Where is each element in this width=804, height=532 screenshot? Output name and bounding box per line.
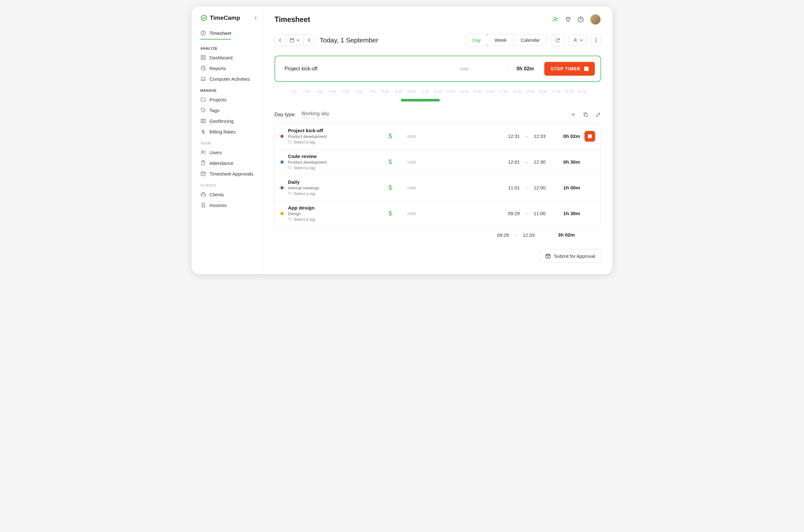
stop-timer-label: STOP TIMER <box>551 66 580 71</box>
chevron-left-icon <box>279 38 282 42</box>
day-type-selector: Day type: Working day <box>274 111 329 118</box>
sidebar: TimeCamp Timesheet ANALYZEDashboardRepor… <box>192 6 263 274</box>
entry-tag-selector[interactable]: Select a tag <box>288 140 388 145</box>
svg-point-16 <box>574 38 576 40</box>
timeline-tracked-bar[interactable] <box>401 99 440 101</box>
date-picker-button[interactable] <box>286 35 304 45</box>
topbar-actions <box>552 14 601 25</box>
view-calendar-button[interactable]: Calendar <box>514 34 547 46</box>
sidebar-item-timesheet-approvals[interactable]: Timesheet Approvals <box>192 168 263 179</box>
svg-point-18 <box>595 40 596 40</box>
sidebar-item-clients[interactable]: Clients <box>192 189 263 200</box>
sidebar-item-billing-rates[interactable]: Billing Rates <box>192 126 263 137</box>
user-avatar[interactable] <box>590 14 601 25</box>
sidebar-item-reports[interactable]: Reports <box>192 63 263 74</box>
sidebar-item-projects[interactable]: Projects <box>192 94 263 105</box>
svg-point-8 <box>202 150 203 152</box>
stop-timer-button[interactable]: STOP TIMER <box>544 62 595 76</box>
edit-entries-icon[interactable] <box>595 112 601 117</box>
sidebar-item-label: Clients <box>209 192 224 197</box>
svg-rect-15 <box>290 39 294 42</box>
timeline-track[interactable]: 1:002:003:004:005:006:007:008:009:0010:0… <box>293 90 582 103</box>
sidebar-item-users[interactable]: Users <box>192 147 263 158</box>
calendar-icon <box>290 38 294 43</box>
add-entry-icon[interactable] <box>570 112 576 117</box>
entry-times: 12:01–12:30 <box>498 159 545 165</box>
billable-toggle[interactable]: $ <box>388 133 407 140</box>
submit-approval-button[interactable]: Submit for Approval <box>539 249 601 263</box>
entry-note-input[interactable]: note <box>407 211 498 216</box>
prev-day-button[interactable] <box>275 35 286 45</box>
user-filter-button[interactable] <box>569 34 587 46</box>
sidebar-item-invoices[interactable]: Invoices <box>192 200 263 210</box>
entry-end-time[interactable]: 11:00 <box>534 211 545 216</box>
entry-project[interactable]: Product development <box>288 134 388 139</box>
brand-logo[interactable]: TimeCamp <box>200 15 240 21</box>
entry-start-time[interactable]: 11:01 <box>508 185 520 190</box>
entry-tag-selector[interactable]: Select a tag <box>288 217 388 222</box>
entry-project[interactable]: Product development <box>288 160 388 165</box>
entry-title[interactable]: Project kick-off <box>288 128 388 133</box>
entry-duration[interactable]: 0h 30m <box>545 159 580 165</box>
refresh-button[interactable] <box>551 34 565 46</box>
calendar-check-icon <box>545 253 551 259</box>
sidebar-item-computer-activities[interactable]: Computer Activities <box>192 74 263 84</box>
entry-end-time[interactable]: 12:00 <box>534 185 545 190</box>
project-color-dot <box>281 212 284 215</box>
add-user-icon[interactable] <box>552 16 559 23</box>
timer-note-input[interactable]: note <box>460 66 507 71</box>
entry-end-time[interactable]: 12:30 <box>534 159 545 165</box>
entry-duration[interactable]: 0h 02m <box>545 133 580 139</box>
more-vertical-icon <box>595 38 597 43</box>
sidebar-item-tags[interactable]: Tags <box>192 105 263 116</box>
entry-start-time[interactable]: 09:29 <box>508 211 520 216</box>
sidebar-collapse-button[interactable] <box>254 16 257 20</box>
entry-project[interactable]: Internal meetings <box>288 186 388 190</box>
main-content: Timesheet Today, 1 September <box>263 6 612 274</box>
svg-rect-11 <box>201 172 205 176</box>
more-options-button[interactable] <box>591 34 601 46</box>
sidebar-item-timesheet[interactable]: Timesheet <box>200 27 231 40</box>
totals-end: 12:33 <box>522 232 535 238</box>
entry-info: Code reviewProduct developmentSelect a t… <box>288 154 388 170</box>
view-day-button[interactable]: Day <box>465 34 488 46</box>
entry-duration[interactable]: 1h 00m <box>545 185 580 191</box>
entry-start-time[interactable]: 12:31 <box>508 133 520 139</box>
entry-start-time[interactable]: 12:01 <box>508 159 520 165</box>
timeline-tick: 9:00 <box>395 90 402 97</box>
clock-icon <box>200 30 206 36</box>
sidebar-item-geofencing[interactable]: Geofencing <box>192 116 263 126</box>
entry-title[interactable]: Daily <box>288 179 388 185</box>
copy-entries-icon[interactable] <box>583 112 589 117</box>
billable-toggle[interactable]: $ <box>388 210 407 217</box>
entry-times: 12:31–12:33 <box>498 133 545 139</box>
timer-task-name[interactable]: Project kick-off <box>285 66 460 72</box>
entry-duration[interactable]: 1h 30m <box>545 211 580 216</box>
entry-end-time[interactable]: 12:33 <box>534 133 545 139</box>
sidebar-item-attendance[interactable]: Attendance <box>192 158 263 168</box>
sidebar-item-label: Computer Activities <box>209 76 250 82</box>
entry-tag-selector[interactable]: Select a tag <box>288 166 388 170</box>
sidebar-item-label: Timesheet <box>209 31 231 36</box>
view-week-button[interactable]: Week <box>488 34 514 46</box>
entry-note-input[interactable]: note <box>407 185 498 190</box>
day-type-value[interactable]: Working day <box>302 111 329 118</box>
help-icon[interactable] <box>577 16 584 23</box>
plug-icon[interactable] <box>565 16 572 23</box>
entry-note-input[interactable]: note <box>407 159 498 165</box>
billable-toggle[interactable]: $ <box>388 158 407 166</box>
entry-tag-selector[interactable]: Select a tag <box>288 191 388 196</box>
entry-title[interactable]: App design <box>288 205 388 211</box>
next-day-button[interactable] <box>304 35 314 45</box>
stop-icon <box>584 66 589 71</box>
entry-stop-button[interactable] <box>585 131 595 141</box>
billable-toggle[interactable]: $ <box>388 184 407 191</box>
sidebar-item-dashboard[interactable]: Dashboard <box>192 52 263 63</box>
entry-info: Project kick-offProduct developmentSelec… <box>288 128 388 145</box>
chevron-down-icon <box>296 39 300 42</box>
sidebar-item-label: Tags <box>209 108 219 113</box>
entry-note-input[interactable]: note <box>407 134 498 139</box>
entry-project[interactable]: Design <box>288 211 388 216</box>
entry-title[interactable]: Code review <box>288 154 388 159</box>
timeline-tick: 11:00 <box>420 90 429 97</box>
